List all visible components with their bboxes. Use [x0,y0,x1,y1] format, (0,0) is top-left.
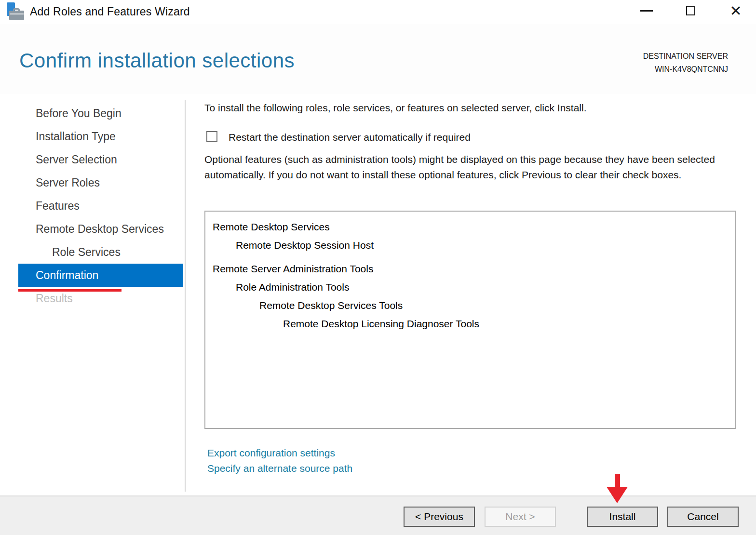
selected-items-box: Remote Desktop Services Remote Desktop S… [204,211,736,429]
install-button[interactable]: Install [587,507,658,527]
restart-checkbox-label[interactable]: Restart the destination server automatic… [229,132,471,143]
title-bar: Add Roles and Features Wizard ✕ [0,0,756,24]
tree-item: Remote Desktop Licensing Diagnoser Tools [205,315,735,333]
cancel-button[interactable]: Cancel [667,507,739,527]
tree-item: Role Administration Tools [205,278,735,296]
tree-item: Remote Server Administration Tools [205,260,735,278]
alternate-source-path-link[interactable]: Specify an alternate source path [207,463,352,474]
red-arrow-annotation [605,474,629,504]
optional-features-note: Optional features (such as administratio… [204,152,738,183]
window-title: Add Roles and Features Wizard [30,5,190,18]
tree-item: Remote Desktop Session Host [205,236,735,254]
sidebar-item-server-selection[interactable]: Server Selection [18,148,183,171]
maximize-button[interactable] [682,3,700,19]
close-icon: ✕ [729,3,742,19]
sidebar-item-role-services[interactable]: Role Services [18,241,183,264]
restart-checkbox[interactable] [206,131,217,142]
previous-button[interactable]: < Previous [404,507,475,527]
tree-item: Remote Desktop Services [205,218,735,236]
destination-server-block: DESTINATION SERVER WIN-K4V8QNTCNNJ [643,50,728,76]
sidebar-item-features[interactable]: Features [18,194,183,217]
sidebar-item-confirmation[interactable]: Confirmation [18,264,183,287]
destination-server-label: DESTINATION SERVER [643,50,728,63]
sidebar-item-server-roles[interactable]: Server Roles [18,171,183,194]
app-icon [6,2,25,23]
red-underline-annotation [18,289,122,292]
sidebar-item-installation-type[interactable]: Installation Type [18,125,183,148]
sidebar-item-remote-desktop-services[interactable]: Remote Desktop Services [18,217,183,241]
destination-server-name: WIN-K4V8QNTCNNJ [643,63,728,76]
wizard-header: Confirm installation selections DESTINAT… [0,24,756,94]
wizard-steps-sidebar: Before You Begin Installation Type Serve… [18,102,183,310]
page-title: Confirm installation selections [19,49,295,72]
close-button[interactable]: ✕ [726,0,745,21]
sidebar-divider [185,100,186,492]
maximize-icon [686,6,695,15]
tree-item: Remote Desktop Services Tools [205,296,735,315]
sidebar-item-before-you-begin[interactable]: Before You Begin [18,102,183,125]
minimize-button[interactable] [637,3,656,19]
next-button: Next > [485,507,556,527]
export-configuration-link[interactable]: Export configuration settings [207,447,335,459]
minimize-icon [640,10,653,12]
intro-text: To install the following roles, role ser… [204,102,587,114]
